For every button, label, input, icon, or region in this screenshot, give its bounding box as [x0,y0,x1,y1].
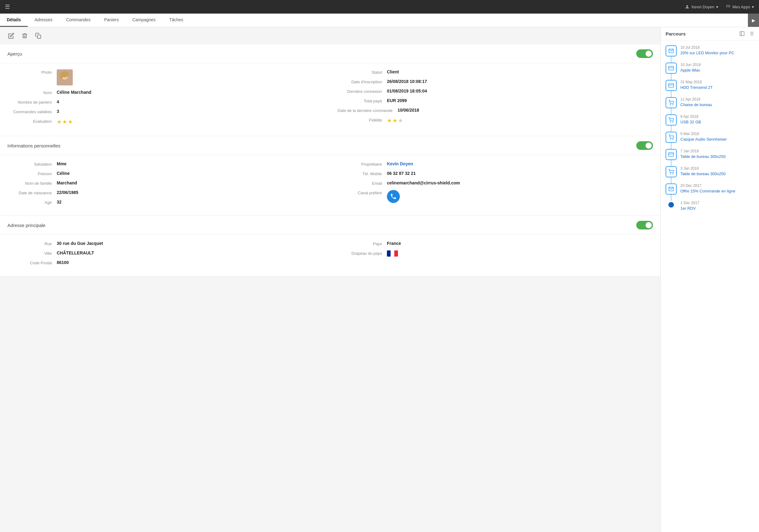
apercu-left-col: Photo [0,69,330,130]
adresse-drapeau-row: Drapeau du pays [338,250,653,257]
timeline-line [665,132,677,149]
apercu-photo-row: Photo [7,69,323,85]
delete-icon[interactable] [20,31,30,41]
copy-icon[interactable] [33,31,43,41]
list-icon[interactable] [748,31,754,36]
timeline-link[interactable]: 1er RDV [680,206,696,211]
adresse-toggle[interactable] [636,221,653,229]
svg-rect-4 [726,7,727,7]
apercu-paniers-row: Nombre de paniers 4 [7,99,323,104]
commandes-value: 3 [57,109,59,114]
tab-commandes[interactable]: Commandes [59,14,97,27]
flag-red [394,250,398,257]
timeline-content: 10 Jun 2018 Apple iMac [680,62,701,78]
svg-rect-2 [728,5,729,6]
infos-mobile-row: Tél. Mobile 06 32 87 32 21 [338,171,653,176]
drapeau-label: Drapeau du pays [338,250,387,256]
apercu-header: Aperçu [0,44,660,63]
timeline-link[interactable]: Offre 15% Commande en ligne [680,189,735,193]
adresse-form: Rue 30 rue du Gue Jacquet Ville CHÂTELLE… [0,235,660,276]
infos-canal-row: Canal préféré [338,190,653,203]
apercu-derniere-row: Date de la dernière commande 10/06/2018 [338,108,653,113]
timeline-item: 3 Jan 2018 Table de bureau 300x250 [665,166,754,184]
mobile-label: Tél. Mobile [338,171,387,176]
email-icon [665,45,677,57]
tab-campagnes[interactable]: Campagnes [126,14,162,27]
timeline-content: 7 Jan 2018 Table de bureau 300x250 [680,149,726,164]
apps-menu[interactable]: Mes Apps ▾ [726,4,754,9]
rue-value: 30 rue du Gue Jacquet [57,241,103,246]
nom-value: Céline Marchand [57,90,91,95]
timeline-link[interactable]: Casque Audio Sennheiser [680,137,727,142]
tab-arrow[interactable]: ▶ [748,14,759,27]
adresse-section: Adresse principale Rue 30 rue du Gue Jac… [0,216,660,276]
adresse-header: Adresse principale [0,216,660,235]
timeline-content: 10 Jul 2018 20% sur LED Monitor pour PC [680,45,734,61]
book-icon[interactable] [739,31,745,36]
derniere-label: Date de la dernière commande [338,108,398,113]
photo-label: Photo [7,69,57,75]
timeline-item: 1 Dec 2017 1er RDV [665,201,754,216]
timeline-content: 31 May 2018 HDD Trensend 2T [680,80,713,95]
tab-taches[interactable]: Tâches [162,14,190,27]
proprietaire-value: Kevin Doyen [387,161,413,166]
timeline-link[interactable]: Apple iMac [680,68,700,72]
apercu-statut-row: Statut Client [338,69,653,75]
timeline-link[interactable]: 20% sur LED Monitor pour PC [680,51,734,55]
timeline-link[interactable]: Table de bureau 300x250 [680,154,726,159]
infos-nom-row: Nom de famille Marchand [7,181,323,186]
total-value: EUR 2099 [387,98,407,103]
svg-point-31 [670,139,671,140]
apercu-toggle[interactable] [636,49,653,58]
tab-paniers[interactable]: Paniers [98,14,126,27]
user-menu[interactable]: Kevin Doyen ▾ [685,4,718,9]
inscription-value: 26/08/2018 10:08:17 [387,79,427,84]
fidelite-label: Fidélité [338,117,387,122]
flag-blue [387,250,391,257]
timeline-line [665,45,677,62]
svg-point-13 [60,73,63,79]
edit-icon[interactable] [6,31,16,41]
statut-value: Client [387,69,399,74]
timeline-link[interactable]: HDD Trensend 2T [680,85,713,90]
cart-icon [665,166,677,177]
proprietaire-label: Propriétaire [338,161,387,167]
timeline-date: 10 Jun 2018 [680,62,701,67]
statut-label: Statut [338,69,387,75]
timeline-connector [671,74,671,80]
email-label: Email [338,181,387,186]
apercu-connexion-row: Dernière connexion 01/08/2019 18:05:04 [338,89,653,94]
infos-header: Informations personnelles [0,136,660,155]
tab-details[interactable]: Détails [0,14,28,27]
infos-toggle[interactable] [636,141,653,150]
ville-label: Ville [7,250,57,256]
age-label: Age [7,199,57,205]
apps-label: Mes Apps [733,5,750,9]
timeline-date: 11 Apr 2018 [680,97,712,102]
timeline-item: 10 Jul 2018 20% sur LED Monitor pour PC [665,45,754,62]
timeline-connector [671,177,671,184]
timeline-item: 11 Apr 2018 Chaise de bureau [665,97,754,114]
creditcard-icon [665,149,677,160]
timeline-item: 20 Dec 2017 Offre 15% Commande en ligne [665,184,754,201]
adresse-ville-row: Ville CHÂTELLERAULT [7,250,323,256]
adresse-code-row: Code Postal 86100 [7,260,323,265]
topbar: ☰ Kevin Doyen ▾ Mes Apps ▾ [0,0,759,14]
timeline-connector [671,160,671,166]
tab-adresses[interactable]: Adresses [28,14,59,27]
apercu-inscription-row: Date d'inscription 26/08/2018 10:08:17 [338,79,653,84]
timeline-link[interactable]: USB 32 GB [680,120,701,124]
salutation-value: Mme [57,161,66,166]
timeline-link[interactable]: Chaise de bureau [680,102,712,107]
evaluation-label: Evaluation [7,118,57,124]
hamburger-menu-icon[interactable]: ☰ [5,3,10,10]
timeline-link[interactable]: Table de bureau 300x250 [680,172,726,176]
svg-point-32 [673,139,673,140]
svg-rect-3 [729,5,730,6]
avatar [57,69,73,85]
timeline-line [665,80,677,97]
rue-label: Rue [7,241,57,246]
cart-icon [665,114,677,126]
flag-france [387,250,398,257]
infos-form: Salutation Mme Prénom Céline Nom de fami… [0,155,660,215]
